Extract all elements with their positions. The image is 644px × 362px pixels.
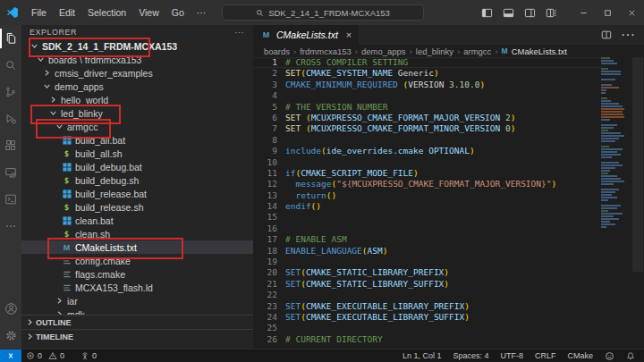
tab-close-icon[interactable]: ×: [346, 29, 352, 40]
layout-sidebar-left-icon[interactable]: [481, 7, 493, 19]
activity-extensions-icon[interactable]: [0, 132, 21, 159]
activity-more-icon[interactable]: [0, 213, 21, 240]
menu-selection[interactable]: Selection: [81, 5, 132, 20]
code-line-4[interactable]: 4: [253, 90, 601, 101]
code-line-16[interactable]: 16: [253, 223, 601, 234]
code-line-26[interactable]: 26# CURRENT DIRECTORY: [253, 334, 601, 345]
minimize-icon[interactable]: [572, 0, 596, 25]
feedback-smiley-icon[interactable]: [605, 351, 614, 361]
command-center-search[interactable]: SDK_2_14_1_FRDM-MCXA153: [222, 4, 424, 21]
tree-item-demo-apps[interactable]: demo_apps: [21, 80, 253, 93]
menu-view[interactable]: View: [132, 5, 165, 20]
tree-item-clean-bat[interactable]: clean.bat: [21, 214, 253, 227]
code-line-12[interactable]: 12 message("${MCUXPRESSO_CMAKE_FORMAT_MA…: [253, 179, 601, 189]
code-line-19[interactable]: 19: [253, 257, 601, 267]
tree-item-config-cmake[interactable]: config.cmake: [21, 254, 253, 267]
code-line-20[interactable]: 20SET(CMAKE_STATIC_LIBRARY_PREFIX): [253, 267, 601, 278]
code-line-23[interactable]: 23SET(CMAKE_EXECUTABLE_LIBRARY_PREFIX): [253, 301, 601, 312]
tree-item-sdk-2-14-1-frdm-mcxa153[interactable]: SDK_2_14_1_FRDM-MCXA153: [21, 39, 253, 53]
code-line-1[interactable]: 1# CROSS COMPILER SETTING: [253, 57, 601, 68]
menu-go[interactable]: Go: [165, 5, 191, 20]
tree-item-build-debug-bat[interactable]: build_debug.bat: [21, 160, 253, 173]
menu-file[interactable]: File: [25, 5, 53, 20]
code-line-25[interactable]: 25: [253, 323, 601, 333]
breadcrumb-item-boards[interactable]: boards: [264, 46, 290, 56]
more-actions-icon[interactable]: ···: [621, 27, 635, 43]
breadcrumb-item-frdmmcxa153[interactable]: frdmmcxa153: [300, 46, 352, 56]
remote-indicator[interactable]: [0, 349, 21, 362]
breadcrumb-separator-icon: ›: [457, 46, 460, 56]
code-line-10[interactable]: 10: [253, 157, 601, 168]
code-line-17[interactable]: 17# ENABLE ASM: [253, 234, 601, 245]
code-line-14[interactable]: 14endif(): [253, 201, 601, 212]
tree-item-cmakelists-txt[interactable]: MCMakeLists.txt: [21, 240, 253, 254]
code-line-18[interactable]: 18ENABLE_LANGUAGE(ASM): [253, 246, 601, 257]
tree-item-build-release-sh[interactable]: $build_release.sh: [21, 200, 253, 214]
code-line-8[interactable]: 8: [253, 135, 601, 146]
code-area[interactable]: 1# CROSS COMPILER SETTING2SET(CMAKE_SYST…: [253, 57, 601, 349]
code-line-9[interactable]: 9include(ide_overrides.cmake OPTIONAL): [253, 146, 601, 156]
tree-item-armgcc[interactable]: armgcc: [21, 120, 253, 133]
breadcrumb-item-cmakelists-txt[interactable]: CMakeLists.txt: [512, 46, 567, 56]
activity-panel-terminal-icon[interactable]: [0, 186, 21, 213]
code-line-6[interactable]: 6SET (MCUXPRESSO_CMAKE_FORMAT_MAJOR_VERS…: [253, 113, 601, 123]
cursor-position[interactable]: Ln 1, Col 1: [402, 351, 442, 360]
tree-item-clean-sh[interactable]: $clean.sh: [21, 227, 253, 240]
tree-item-iar[interactable]: iar: [21, 294, 253, 307]
scrollbar-thumb[interactable]: [632, 57, 643, 272]
language-mode[interactable]: CMake: [567, 351, 593, 360]
indentation[interactable]: Spaces: 4: [453, 351, 488, 360]
breadcrumb-item-led-blinky[interactable]: led_blinky: [416, 46, 453, 56]
tree-item-build-all-bat[interactable]: build_all.bat: [21, 133, 253, 147]
problems-indicator[interactable]: 0 0: [21, 349, 69, 362]
activity-account-icon[interactable]: [0, 295, 21, 322]
menu-[interactable]: ···: [191, 5, 213, 20]
activity-search-icon[interactable]: [0, 52, 21, 79]
breadcrumb-item-armgcc[interactable]: armgcc: [463, 46, 491, 56]
activity-run-debug-icon[interactable]: [0, 105, 21, 132]
minimap-line: [601, 189, 619, 190]
activity-remote-explorer-icon[interactable]: [0, 159, 21, 186]
code-line-2[interactable]: 2SET(CMAKE_SYSTEM_NAME Generic): [253, 68, 601, 79]
tree-item-mcxa153-flash-ld[interactable]: MCXA153_flash.ld: [21, 281, 253, 294]
tree-item-boards-frdmmcxa153[interactable]: boards \ frdmmcxa153: [21, 53, 253, 66]
tree-item-led-blinky[interactable]: led_blinky: [21, 106, 253, 120]
tab-cmakelists[interactable]: M CMakeLists.txt ×: [253, 25, 359, 45]
tree-item-hello-world[interactable]: hello_world: [21, 93, 253, 106]
encoding[interactable]: UTF-8: [500, 351, 523, 360]
eol-sequence[interactable]: CRLF: [535, 351, 556, 360]
layout-customize-icon[interactable]: [546, 7, 557, 19]
code-line-3[interactable]: 3CMAKE_MINIMUM_REQUIRED (VERSION 3.10.0): [253, 80, 601, 90]
outline-section-header[interactable]: OUTLINE: [21, 315, 253, 329]
code-line-11[interactable]: 11if(CMAKE_SCRIPT_MODE_FILE): [253, 168, 601, 179]
tree-item-build-all-sh[interactable]: $build_all.sh: [21, 147, 253, 160]
maximize-icon[interactable]: [596, 0, 620, 25]
tree-item-mdk[interactable]: mdk: [21, 307, 253, 315]
ports-indicator[interactable]: 0: [76, 349, 101, 362]
code-line-15[interactable]: 15: [253, 212, 601, 223]
breadcrumb-item-demo-apps[interactable]: demo_apps: [361, 46, 406, 56]
code-line-5[interactable]: 5# THE VERSION NUMBER: [253, 102, 601, 113]
layout-sidebar-right-icon[interactable]: [524, 7, 536, 19]
activity-gear-icon[interactable]: [0, 322, 21, 349]
layout-panel-icon[interactable]: [503, 7, 514, 19]
tree-item-build-release-bat[interactable]: build_release.bat: [21, 187, 253, 200]
tree-item-build-debug-sh[interactable]: $build_debug.sh: [21, 173, 253, 187]
bell-icon[interactable]: [626, 351, 635, 361]
activity-files-icon[interactable]: [0, 25, 21, 52]
split-editor-icon[interactable]: [601, 29, 612, 40]
editor-scrollbar[interactable]: [631, 57, 644, 349]
code-line-22[interactable]: 22: [253, 290, 601, 300]
timeline-section-header[interactable]: TIMELINE: [21, 329, 253, 343]
menu-edit[interactable]: Edit: [53, 5, 81, 20]
activity-source-control-icon[interactable]: [0, 79, 21, 105]
code-line-24[interactable]: 24SET(CMAKE_EXECUTABLE_LIBRARY_SUFFIX): [253, 312, 601, 323]
code-line-21[interactable]: 21SET(CMAKE_STATIC_LIBRARY_SUFFIX): [253, 279, 601, 290]
close-icon[interactable]: [620, 0, 644, 25]
tree-item-cmsis-driver-examples[interactable]: cmsis_driver_examples: [21, 66, 253, 80]
minimap[interactable]: [601, 57, 631, 229]
tree-item-flags-cmake[interactable]: flags.cmake: [21, 267, 253, 281]
code-line-13[interactable]: 13 return(): [253, 190, 601, 201]
code-line-7[interactable]: 7SET (MCUXPRESSO_CMAKE_FORMAT_MINOR_VERS…: [253, 123, 601, 134]
explorer-more-actions[interactable]: ···: [235, 28, 245, 37]
